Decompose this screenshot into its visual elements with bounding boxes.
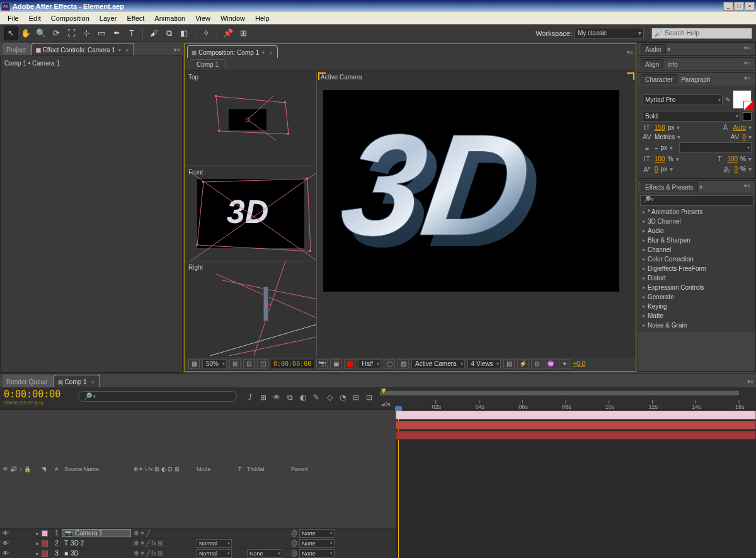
roi-icon[interactable]: ▢ [384, 359, 395, 369]
pickwhip-icon[interactable]: @ [291, 550, 297, 557]
lock-column-icon[interactable]: 🔒 [24, 466, 31, 472]
menu-edit[interactable]: Edit [24, 13, 46, 23]
frame-blend-icon[interactable]: ⧉ [284, 393, 295, 404]
mini-tab-comp1[interactable]: Comp 1 [190, 59, 226, 69]
close-icon[interactable]: × [667, 45, 671, 53]
menu-file[interactable]: File [3, 13, 24, 23]
effects-category[interactable]: Generate [640, 292, 753, 302]
eye-toggle-icon[interactable]: 👁 [3, 550, 9, 557]
mask-toggle-icon[interactable]: ◫ [257, 359, 268, 369]
maximize-button[interactable]: □ [734, 2, 744, 11]
brainstorm-icon[interactable]: ✎ [311, 393, 322, 404]
show-snapshot-icon[interactable]: ▣ [330, 359, 341, 369]
pixel-aspect-icon[interactable]: ▤ [503, 359, 515, 369]
layer-row[interactable]: 👁 ▸ 3 ■3D ✻ ✶ ╱ fx ⊞ Normal None @None [0, 549, 396, 558]
timecode-display[interactable]: 0:00:00:00 [271, 360, 314, 368]
roto-tool-icon[interactable]: ✧ [199, 26, 213, 40]
layer-row[interactable]: 👁 ▸ 1 📷Camera 1 ✻ ✶ ╱ @None [0, 528, 396, 538]
mode-column[interactable]: Mode [194, 466, 238, 472]
parent-column[interactable]: Parent [289, 466, 345, 472]
baseline-value[interactable]: 0 [655, 166, 658, 173]
panel-menu-icon[interactable]: ▾≡ [742, 45, 753, 54]
num-column[interactable]: # [52, 466, 62, 472]
comp-flowchart-icon[interactable]: ♒ [545, 359, 556, 369]
viewport-front[interactable]: Front 3D [185, 166, 316, 261]
kerning-value[interactable]: Metrics [655, 134, 675, 140]
layer-duration-bar[interactable] [396, 411, 756, 419]
tracking-value[interactable]: 0 [742, 134, 746, 140]
menu-effect[interactable]: Effect [122, 13, 149, 23]
shy-switch-icon[interactable]: ✻ [134, 540, 139, 547]
menu-layer[interactable]: Layer [94, 13, 122, 23]
motion-blur-icon[interactable]: ◐ [297, 393, 309, 404]
graph-editor-icon[interactable]: ◔ [337, 393, 348, 404]
camera-tool-icon[interactable]: ⛶ [64, 26, 78, 40]
panel-menu-icon[interactable]: ▾≡ [745, 379, 756, 387]
layer-row[interactable]: 👁 ▸ 2 T3D 2 ✻ ✶ ╱ fx ⊞ Normal @None [0, 538, 396, 549]
tab-align[interactable]: Align [641, 59, 663, 69]
tab-character[interactable]: Character [641, 74, 677, 84]
track-matte-dropdown[interactable]: None [247, 549, 282, 558]
rotate-tool-icon[interactable]: ⟳ [49, 26, 63, 40]
comp-mini-flow-icon[interactable]: ⤴ [244, 393, 256, 404]
draft3d-icon[interactable]: ⊞ [258, 393, 269, 404]
quality-switch-icon[interactable]: ╱ [146, 550, 150, 557]
tab-info[interactable]: Info [663, 60, 682, 69]
blend-mode-dropdown[interactable]: Normal [197, 549, 232, 558]
label-color-swatch[interactable] [42, 540, 48, 547]
parent-dropdown[interactable]: None [299, 549, 335, 558]
tab-render-queue[interactable]: Render Queue [3, 375, 53, 387]
tab-timeline-comp1[interactable]: Comp 1 × [54, 375, 100, 387]
twirl-icon[interactable]: ▸ [36, 540, 39, 547]
close-icon[interactable]: × [269, 50, 272, 56]
solo-column-icon[interactable]: ○ [19, 466, 22, 472]
hand-tool-icon[interactable]: ✋ [19, 26, 33, 40]
graph-toggle-icon[interactable]: ⊡ [364, 393, 375, 404]
view-layout-dropdown[interactable]: 4 Views [467, 359, 501, 369]
selection-tool-icon[interactable]: ↖ [4, 26, 18, 40]
tsume-value[interactable]: 0 [735, 166, 738, 173]
trkmat-column[interactable]: TrkMat [244, 466, 289, 472]
text-tool-icon[interactable]: T [125, 26, 139, 40]
panel-menu-icon[interactable]: ▾≡ [742, 60, 753, 69]
effects-category[interactable]: Distort [640, 273, 753, 283]
shy-switch-icon[interactable]: ✻ [134, 550, 139, 557]
tab-composition[interactable]: Composition: Comp 1 ▾ × [187, 45, 278, 58]
speaker-column-icon[interactable]: 🔊 [10, 466, 17, 472]
fx-switch-icon[interactable]: fx [151, 540, 156, 547]
search-help-input[interactable]: 🔎 Search Help [651, 28, 752, 39]
view-dropdown[interactable]: Active Camera [411, 359, 465, 369]
layer-duration-bar[interactable] [396, 431, 756, 440]
exposure-value[interactable]: +0,0 [573, 360, 585, 367]
quality-switch-icon[interactable]: ╱ [146, 540, 150, 547]
layer-name[interactable]: 📷Camera 1 [62, 529, 131, 537]
timeline-search-input[interactable]: 🔎▾ [78, 391, 237, 402]
tab-project[interactable]: Project [3, 43, 31, 55]
menu-view[interactable]: View [190, 13, 215, 23]
close-button[interactable]: × [745, 2, 755, 11]
effects-category[interactable]: Audio [640, 226, 753, 236]
t-column[interactable]: T [238, 466, 244, 472]
tab-effect-controls[interactable]: Effect Controls: Camera 1 ▾ × [32, 43, 134, 55]
font-size-value[interactable]: 158 [655, 124, 665, 131]
shy-switch-icon[interactable]: ✻ [134, 530, 139, 537]
viewport-right[interactable]: Right [185, 261, 316, 356]
clone-tool-icon[interactable]: ⧉ [162, 26, 176, 40]
effects-category[interactable]: Expression Controls [640, 283, 753, 292]
hscale-value[interactable]: 100 [727, 156, 738, 162]
menu-window[interactable]: Window [215, 13, 250, 23]
effects-search-input[interactable]: 🔎▾ [640, 195, 753, 206]
anchor-tool-icon[interactable]: ⊹ [79, 26, 93, 40]
quality-switch-icon[interactable]: ╱ [146, 530, 150, 537]
fast-preview-icon[interactable]: ⚡ [517, 359, 529, 369]
switches-column[interactable]: ✻✶ \ fx ⊞ ◐ ⊡ ⊞ [131, 466, 194, 472]
close-icon[interactable]: × [125, 47, 129, 54]
effects-category[interactable]: Blur & Sharpen [640, 236, 753, 245]
panel-menu-icon[interactable]: ▾≡ [624, 49, 636, 58]
menu-animation[interactable]: Animation [149, 13, 190, 23]
blend-mode-dropdown[interactable]: Normal [197, 539, 232, 548]
panel-menu-icon[interactable]: ▾≡ [742, 75, 753, 84]
tab-audio[interactable]: Audio [641, 44, 666, 54]
viewport-active-camera[interactable]: Active Camera 3D [317, 71, 636, 356]
zoom-tool-icon[interactable]: 🔍 [34, 26, 48, 40]
